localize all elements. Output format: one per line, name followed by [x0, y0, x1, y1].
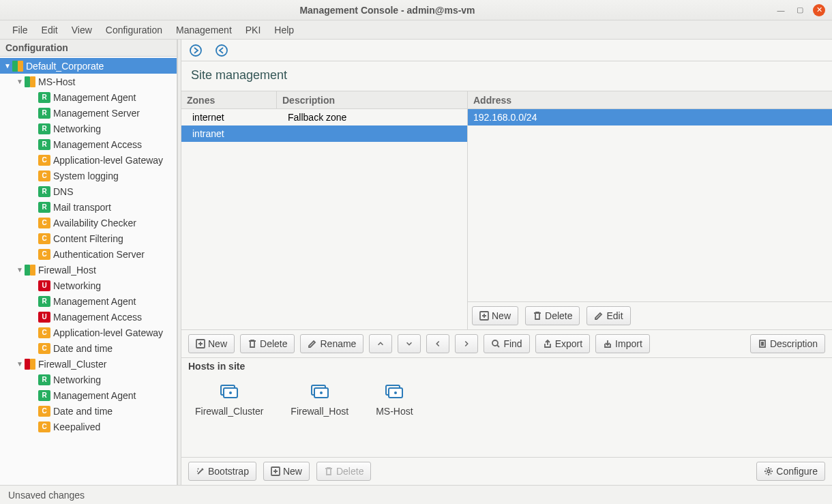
move-left-button[interactable]	[426, 334, 449, 353]
config-tree[interactable]: ▼ Default_Corporate ▼ MS-Host RManagemen…	[0, 57, 177, 485]
tree-item[interactable]: UManagement Access	[0, 309, 177, 325]
description-header[interactable]: Description	[277, 91, 467, 108]
tree-item[interactable]: CApplication-level Gateway	[0, 325, 177, 340]
find-button[interactable]: Find	[484, 334, 529, 353]
tree-host-ms-host[interactable]: ▼ MS-Host	[0, 74, 177, 89]
host-new-button[interactable]: New	[263, 462, 310, 481]
move-down-button[interactable]	[398, 334, 421, 353]
tree-item[interactable]: CAvailability Checker	[0, 215, 177, 231]
zone-delete-button[interactable]: Delete	[240, 334, 295, 353]
tree-label: Authentication Server	[53, 249, 145, 260]
minimize-button[interactable]: —	[775, 4, 787, 16]
nav-forward-icon[interactable]	[188, 43, 203, 58]
bootstrap-button[interactable]: Bootstrap	[188, 462, 256, 481]
tag-icon: C	[38, 233, 50, 244]
pencil-icon	[308, 339, 317, 349]
tag-icon: R	[38, 202, 50, 213]
tree-item[interactable]: CContent Filtering	[0, 231, 177, 246]
zone-row-internet[interactable]: internet Fallback zone	[181, 109, 467, 125]
tag-icon: U	[38, 280, 50, 291]
tree-item[interactable]: UNetworking	[0, 278, 177, 293]
tree-item[interactable]: CSystem logging	[0, 168, 177, 183]
address-row[interactable]: 192.168.0.0/24	[468, 109, 832, 125]
tree-item[interactable]: CAuthentication Server	[0, 246, 177, 262]
zone-name: intranet	[181, 128, 277, 139]
close-button[interactable]: ✕	[813, 4, 825, 16]
tree-item[interactable]: RManagement Server	[0, 105, 177, 121]
host-icon	[382, 381, 406, 402]
menu-help[interactable]: Help	[267, 22, 301, 38]
tree-label: Networking	[53, 123, 101, 134]
tree-item[interactable]: CDate and time	[0, 403, 177, 419]
address-header[interactable]: Address	[468, 91, 832, 108]
tree-item[interactable]: RNetworking	[0, 121, 177, 136]
maximize-button[interactable]: ▢	[794, 4, 806, 16]
address-edit-button[interactable]: Edit	[586, 306, 630, 325]
menu-edit[interactable]: Edit	[35, 22, 65, 38]
move-up-button[interactable]	[369, 334, 392, 353]
status-text: Unsaved changes	[8, 490, 85, 501]
plus-icon	[271, 466, 280, 476]
svg-point-16	[767, 470, 770, 473]
tree-label: Date and time	[53, 343, 113, 354]
status-badge	[25, 359, 35, 370]
host-delete-button[interactable]: Delete	[316, 462, 371, 481]
tree-host-firewall-cluster[interactable]: ▼ Firewall_Cluster	[0, 356, 177, 372]
tree-item[interactable]: RManagement Agent	[0, 89, 177, 105]
zone-new-button[interactable]: New	[188, 334, 235, 353]
tree-host-firewall-host[interactable]: ▼ Firewall_Host	[0, 262, 177, 278]
zone-row-intranet[interactable]: intranet	[181, 125, 467, 142]
tree-item[interactable]: RManagement Agent	[0, 387, 177, 403]
tree-label: Date and time	[53, 406, 113, 417]
menu-management[interactable]: Management	[169, 22, 239, 38]
host-item-firewall-host[interactable]: Firewall_Host	[291, 381, 348, 429]
tree-label: Management Agent	[53, 92, 136, 103]
svg-point-4	[492, 340, 498, 346]
nav-back-icon[interactable]	[214, 43, 229, 58]
address-new-button[interactable]: New	[472, 306, 518, 325]
menu-configuration[interactable]: Configuration	[99, 22, 169, 38]
move-right-button[interactable]	[455, 334, 478, 353]
address-table[interactable]: 192.168.0.0/24	[468, 109, 832, 301]
zone-rename-button[interactable]: Rename	[300, 334, 363, 353]
host-icon	[308, 381, 332, 402]
tag-icon: R	[38, 139, 50, 150]
description-button[interactable]: Description	[750, 334, 825, 353]
trash-icon	[248, 339, 257, 349]
address-delete-button[interactable]: Delete	[525, 306, 580, 325]
tag-icon: R	[38, 390, 50, 401]
import-button[interactable]: Import	[595, 334, 650, 353]
tree-label: Content Filtering	[53, 233, 123, 244]
zones-header[interactable]: Zones	[181, 91, 277, 108]
tree-item[interactable]: RMail transport	[0, 199, 177, 215]
chevron-left-icon	[434, 339, 442, 349]
host-item-firewall-cluster[interactable]: Firewall_Cluster	[195, 381, 263, 429]
tree-item[interactable]: CKeepalived	[0, 419, 177, 434]
tree-label: Default_Corporate	[26, 61, 104, 72]
export-button[interactable]: Export	[535, 334, 590, 353]
tree-item[interactable]: CApplication-level Gateway	[0, 152, 177, 168]
gear-icon	[764, 466, 773, 476]
tree-label: Availability Checker	[53, 218, 136, 228]
tree-site-root[interactable]: ▼ Default_Corporate	[0, 58, 177, 74]
menu-file[interactable]: File	[5, 22, 35, 38]
zones-table[interactable]: internet Fallback zone intranet	[181, 109, 467, 329]
expand-icon: ▼	[15, 360, 25, 368]
tree-item[interactable]: CDate and time	[0, 340, 177, 356]
menu-view[interactable]: View	[65, 22, 99, 38]
menu-pki[interactable]: PKI	[239, 22, 268, 38]
tree-label: Firewall_Cluster	[38, 359, 106, 370]
tree-item[interactable]: RNetworking	[0, 372, 177, 387]
import-icon	[603, 339, 612, 349]
tree-label: Keepalived	[53, 421, 100, 432]
svg-point-14	[394, 391, 397, 394]
tree-item[interactable]: RManagement Agent	[0, 293, 177, 309]
configure-button[interactable]: Configure	[756, 462, 825, 481]
status-badge	[12, 61, 23, 72]
tree-item[interactable]: RDNS	[0, 183, 177, 199]
host-item-ms-host[interactable]: MS-Host	[376, 381, 413, 429]
tree-label: Application-level Gateway	[53, 327, 163, 338]
address-value: 192.168.0.0/24	[468, 112, 832, 123]
plus-icon	[479, 311, 489, 321]
tree-item[interactable]: RManagement Access	[0, 136, 177, 152]
